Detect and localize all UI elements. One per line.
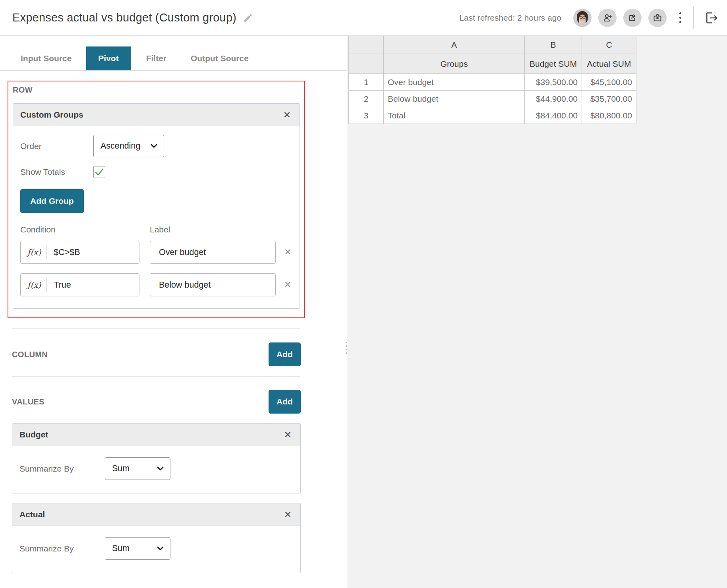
remove-group-1-button[interactable]: ✕ <box>284 248 291 257</box>
group-label-value-1: Over budget <box>159 248 206 257</box>
condition-column-header: Condition <box>20 225 150 234</box>
remove-group-2-button[interactable]: ✕ <box>284 280 291 289</box>
budget-card-title: Budget <box>19 430 48 439</box>
field-header-row: Groups Budget SUM Actual SUM <box>349 54 636 74</box>
fx-icon: ƒ(x) <box>21 280 46 290</box>
order-select-value: Ascending <box>101 141 140 151</box>
edit-title-button[interactable] <box>243 13 253 23</box>
remove-custom-groups-button[interactable]: ✕ <box>283 110 291 120</box>
column-section-label: COLUMN <box>12 350 48 359</box>
cell-c1[interactable]: $45,100.00 <box>582 74 636 91</box>
order-select[interactable]: Ascending <box>93 135 164 157</box>
pivot-config-panel: Input Source Pivot Filter Output Source … <box>0 36 347 588</box>
table-row: 1 Over budget $39,500.00 $45,100.00 <box>349 74 636 91</box>
column-letter-a[interactable]: A <box>384 36 525 54</box>
custom-groups-card-header: Custom Groups ✕ <box>13 104 300 126</box>
section-divider <box>12 376 300 377</box>
budget-summarize-select[interactable]: Sum <box>105 457 170 480</box>
avatar-image <box>573 9 592 27</box>
actual-summarize-value: Sum <box>112 544 130 553</box>
budget-card-header: Budget ✕ <box>12 424 300 446</box>
actual-value-card: Actual ✕ Summarize By Sum <box>12 503 301 573</box>
remove-actual-button[interactable]: ✕ <box>284 510 292 519</box>
column-section: COLUMN Add <box>0 342 347 366</box>
group-row-1: ƒ(x) $C>$B Over budget ✕ <box>20 241 292 264</box>
header-bar: Expenses actual vs budget (Custom group)… <box>0 0 727 36</box>
label-column-header: Label <box>150 225 170 234</box>
custom-groups-title: Custom Groups <box>20 110 83 120</box>
pencil-icon <box>243 13 253 23</box>
group-row-2: ƒ(x) True Below budget ✕ <box>20 273 292 296</box>
remove-budget-button[interactable]: ✕ <box>284 430 292 439</box>
header-groups[interactable]: Groups <box>384 54 525 74</box>
group-label-input-2[interactable]: Below budget <box>150 273 276 296</box>
table-row: 2 Below budget $44,900.00 $35,700.00 <box>349 91 636 107</box>
header-divider <box>693 7 694 29</box>
table-row: 3 Total $84,400.00 $80,800.00 <box>349 107 636 124</box>
panel-scroll-area: ROW Custom Groups ✕ Order Ascending <box>0 71 347 588</box>
group-label-input-1[interactable]: Over budget <box>150 241 276 264</box>
actual-card-title: Actual <box>19 510 45 519</box>
briefcase-icon <box>652 13 663 23</box>
tab-filter[interactable]: Filter <box>146 46 166 70</box>
cell-b2[interactable]: $44,900.00 <box>525 91 582 107</box>
tab-pivot[interactable]: Pivot <box>86 46 130 70</box>
column-letter-c[interactable]: C <box>582 36 636 54</box>
more-options-button[interactable] <box>677 10 684 25</box>
page-title: Expenses actual vs budget (Custom group) <box>12 11 236 24</box>
values-section-label: VALUES <box>12 397 44 406</box>
row-section-highlight: ROW Custom Groups ✕ Order Ascending <box>8 81 305 318</box>
fx-icon: ƒ(x) <box>21 248 46 257</box>
cell-a2[interactable]: Below budget <box>384 91 525 107</box>
row-number[interactable]: 1 <box>349 74 384 91</box>
header-actual-sum[interactable]: Actual SUM <box>582 54 636 74</box>
check-icon <box>95 168 104 176</box>
cell-a1[interactable]: Over budget <box>384 74 525 91</box>
tab-input-source[interactable]: Input Source <box>21 46 72 70</box>
condition-value-2: True <box>47 280 71 290</box>
chevron-down-icon <box>157 466 164 471</box>
budget-value-card: Budget ✕ Summarize By Sum <box>12 423 301 493</box>
row-number[interactable]: 2 <box>349 91 384 107</box>
budget-summarize-value: Sum <box>112 464 130 474</box>
add-group-button[interactable]: Add Group <box>20 189 84 213</box>
condition-value-1: $C>$B <box>47 248 80 257</box>
row-section-label: ROW <box>13 85 304 95</box>
tab-output-source[interactable]: Output Source <box>191 46 249 70</box>
export-icon <box>703 10 719 26</box>
order-label: Order <box>20 141 93 151</box>
corner-cell <box>349 54 384 74</box>
share-icon <box>627 13 638 23</box>
cell-c2[interactable]: $35,700.00 <box>582 91 636 107</box>
app-window: Expenses actual vs budget (Custom group)… <box>0 0 727 588</box>
summarize-by-label: Summarize By <box>19 464 105 474</box>
cell-b1[interactable]: $39,500.00 <box>525 74 582 91</box>
preview-pane: A B C Groups Budget SUM Actual SUM 1 Ove… <box>347 36 727 588</box>
condition-formula-input-1[interactable]: ƒ(x) $C>$B <box>20 241 139 264</box>
header-budget-sum[interactable]: Budget SUM <box>525 54 582 74</box>
condition-formula-input-2[interactable]: ƒ(x) True <box>20 273 139 296</box>
add-user-button[interactable] <box>598 9 617 27</box>
briefcase-button[interactable] <box>648 9 667 27</box>
cell-b3[interactable]: $84,400.00 <box>525 107 582 124</box>
show-totals-label: Show Totals <box>20 167 93 177</box>
corner-cell <box>349 36 384 54</box>
cell-c3[interactable]: $80,800.00 <box>582 107 636 124</box>
add-column-button[interactable]: Add <box>269 342 301 366</box>
add-value-button[interactable]: Add <box>269 390 301 414</box>
row-number[interactable]: 3 <box>349 107 384 124</box>
share-button[interactable] <box>623 9 642 27</box>
chevron-down-icon <box>151 144 157 148</box>
last-refreshed-text: Last refreshed: 2 hours ago <box>459 13 561 23</box>
show-totals-checkbox[interactable] <box>93 166 105 178</box>
cell-a3[interactable]: Total <box>384 107 525 124</box>
actual-summarize-select[interactable]: Sum <box>105 537 170 560</box>
values-section: VALUES Add <box>0 390 347 414</box>
column-letter-b[interactable]: B <box>525 36 582 54</box>
avatar[interactable] <box>573 9 592 27</box>
export-button[interactable] <box>703 10 719 26</box>
preview-spreadsheet: A B C Groups Budget SUM Actual SUM 1 Ove… <box>348 36 636 124</box>
summarize-by-label: Summarize By <box>19 544 105 553</box>
column-letter-row: A B C <box>349 36 636 54</box>
panel-splitter[interactable] <box>347 36 347 588</box>
